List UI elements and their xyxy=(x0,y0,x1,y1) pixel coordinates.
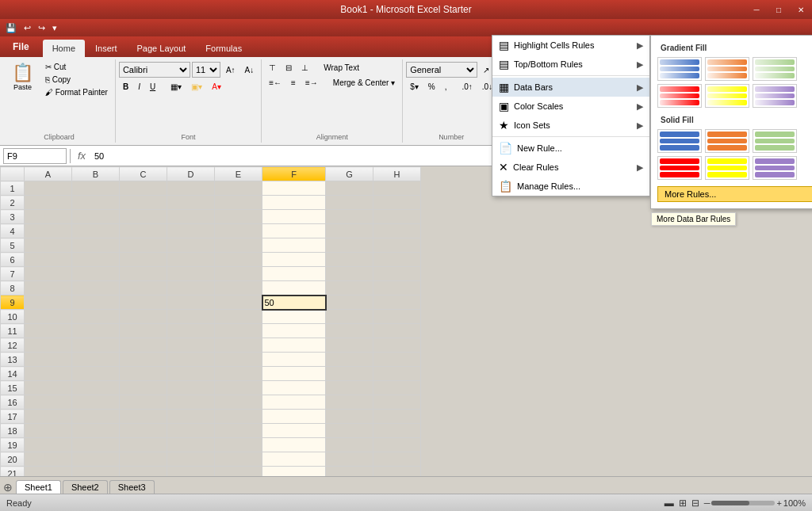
paste-button[interactable]: 📋 Paste xyxy=(6,61,39,94)
align-right-button[interactable]: ≡→ xyxy=(301,77,322,89)
cell-D5[interactable] xyxy=(167,238,215,253)
save-quick-btn[interactable]: 💾 xyxy=(3,22,19,34)
cell-A3[interactable] xyxy=(25,210,72,224)
cell-G16[interactable] xyxy=(326,395,373,410)
cell-E5[interactable] xyxy=(215,238,262,253)
cell-B12[interactable] xyxy=(72,338,120,353)
cell-H17[interactable] xyxy=(373,410,421,424)
cell-F10[interactable] xyxy=(262,310,326,324)
cell-B3[interactable] xyxy=(72,210,120,224)
cell-E19[interactable] xyxy=(215,438,262,452)
maximize-button[interactable]: □ xyxy=(768,0,790,19)
cell-H2[interactable] xyxy=(373,196,421,210)
row-header-18[interactable]: 18 xyxy=(1,424,25,438)
number-format-select[interactable]: General xyxy=(406,62,477,78)
cell-A16[interactable] xyxy=(25,395,72,410)
cell-B18[interactable] xyxy=(72,424,120,438)
cell-A10[interactable] xyxy=(25,310,72,324)
borders-button[interactable]: ▦▾ xyxy=(167,81,186,93)
cell-H20[interactable] xyxy=(373,452,421,467)
cell-E14[interactable] xyxy=(215,367,262,381)
col-header-h[interactable]: H xyxy=(373,167,421,181)
cell-E1[interactable] xyxy=(215,181,262,196)
align-center-button[interactable]: ≡ xyxy=(287,77,300,89)
cell-C11[interactable] xyxy=(120,324,167,338)
cell-E20[interactable] xyxy=(215,452,262,467)
font-size-select[interactable]: 11 xyxy=(192,62,220,78)
format-table-button[interactable]: ▦ Formatas Table ▾ xyxy=(554,61,595,97)
cell-E3[interactable] xyxy=(215,210,262,224)
row-header-5[interactable]: 5 xyxy=(1,238,25,253)
wrap-text-button[interactable]: Wrap Text xyxy=(320,62,363,74)
cell-C1[interactable] xyxy=(120,181,167,196)
cell-A13[interactable] xyxy=(25,353,72,367)
cell-D2[interactable] xyxy=(167,196,215,210)
cell-B5[interactable] xyxy=(72,238,120,253)
cell-B10[interactable] xyxy=(72,310,120,324)
cell-G8[interactable] xyxy=(326,281,373,296)
cell-E4[interactable] xyxy=(215,224,262,238)
cell-F18[interactable] xyxy=(262,424,326,438)
cell-F17[interactable] xyxy=(262,410,326,424)
cell-D8[interactable] xyxy=(167,281,215,296)
page-layout-view-btn[interactable]: ⊞ xyxy=(679,498,687,509)
row-header-1[interactable]: 1 xyxy=(1,181,25,196)
cell-G15[interactable] xyxy=(326,381,373,395)
conditional-formatting-button[interactable]: ▤ ConditionalFormatting ▾ xyxy=(504,61,552,97)
tab-insert[interactable]: Insert xyxy=(86,40,127,57)
row-header-15[interactable]: 15 xyxy=(1,381,25,395)
cell-E10[interactable] xyxy=(215,310,262,324)
align-top-button[interactable]: ⊤ xyxy=(265,62,280,74)
cell-A20[interactable] xyxy=(25,452,72,467)
cell-C10[interactable] xyxy=(120,310,167,324)
cell-C6[interactable] xyxy=(120,253,167,267)
cell-B11[interactable] xyxy=(72,324,120,338)
cell-F15[interactable] xyxy=(262,381,326,395)
close-button[interactable]: ✕ xyxy=(790,0,812,19)
delete-button[interactable]: Delete ▾ xyxy=(645,74,684,86)
cell-F5[interactable] xyxy=(262,238,326,253)
cell-C8[interactable] xyxy=(120,281,167,296)
fill-button[interactable]: ⬇ Fill ▾ xyxy=(714,77,747,89)
row-header-9[interactable]: 9 xyxy=(1,296,25,310)
fill-color-button[interactable]: ▣▾ xyxy=(187,81,206,93)
tab-sheet3[interactable]: Sheet3 xyxy=(109,480,155,494)
align-middle-button[interactable]: ⊟ xyxy=(282,62,296,74)
cell-D11[interactable] xyxy=(167,324,215,338)
font-family-select[interactable]: Calibri xyxy=(119,62,190,78)
cell-D17[interactable] xyxy=(167,410,215,424)
cell-H11[interactable] xyxy=(373,324,421,338)
cell-H1[interactable] xyxy=(373,181,421,196)
col-header-a[interactable]: A xyxy=(25,167,72,181)
row-header-6[interactable]: 6 xyxy=(1,253,25,267)
cell-A11[interactable] xyxy=(25,324,72,338)
cell-F1[interactable] xyxy=(262,181,326,196)
cell-H5[interactable] xyxy=(373,238,421,253)
bold-button[interactable]: B xyxy=(119,81,132,93)
more-quick-btn[interactable]: ▾ xyxy=(50,22,59,34)
cell-D1[interactable] xyxy=(167,181,215,196)
tab-file[interactable]: File xyxy=(2,36,40,57)
cell-G4[interactable] xyxy=(326,224,373,238)
cell-F7[interactable] xyxy=(262,267,326,281)
row-header-17[interactable]: 17 xyxy=(1,410,25,424)
undo-quick-btn[interactable]: ↩ xyxy=(21,22,33,34)
cut-button[interactable]: ✂ Cut xyxy=(41,61,112,73)
tab-page-layout[interactable]: Page Layout xyxy=(128,40,196,57)
align-left-button[interactable]: ≡← xyxy=(265,77,285,89)
cell-B4[interactable] xyxy=(72,224,120,238)
cell-G13[interactable] xyxy=(326,353,373,367)
redo-quick-btn[interactable]: ↪ xyxy=(36,22,48,34)
underline-button[interactable]: U xyxy=(146,81,159,93)
cell-H15[interactable] xyxy=(373,381,421,395)
cell-B7[interactable] xyxy=(72,267,120,281)
cell-G10[interactable] xyxy=(326,310,373,324)
cell-E2[interactable] xyxy=(215,196,262,210)
row-header-19[interactable]: 19 xyxy=(1,438,25,452)
cell-D15[interactable] xyxy=(167,381,215,395)
cell-F3[interactable] xyxy=(262,210,326,224)
merge-button[interactable]: Merge & Center ▾ xyxy=(329,77,399,89)
cell-G5[interactable] xyxy=(326,238,373,253)
row-header-4[interactable]: 4 xyxy=(1,224,25,238)
cell-F12[interactable] xyxy=(262,338,326,353)
